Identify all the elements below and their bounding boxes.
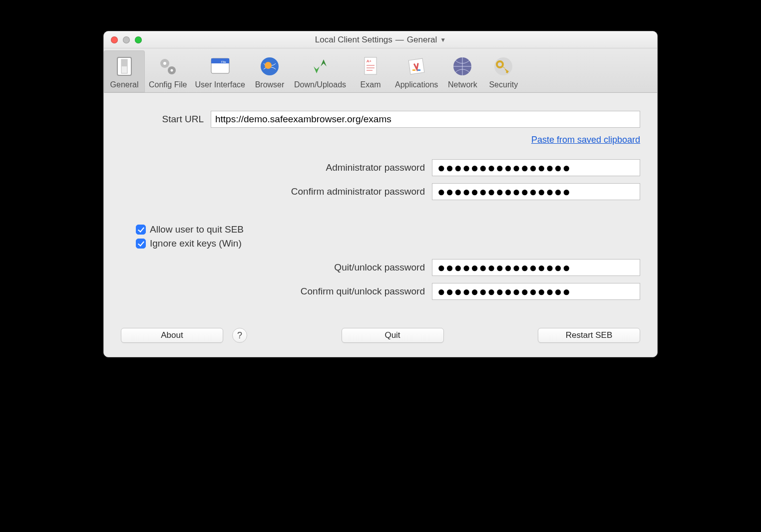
start-url-label: Start URL xyxy=(121,114,211,125)
confirm-quit-password-input[interactable] xyxy=(432,283,640,300)
ignore-exit-keys-label: Ignore exit keys (Win) xyxy=(150,238,242,249)
toolbar-tab-label: Network xyxy=(448,80,477,89)
close-window-button[interactable] xyxy=(111,36,118,43)
content-general: Start URL Paste from saved clipboard Adm… xyxy=(104,93,657,357)
zoom-window-button[interactable] xyxy=(135,36,142,43)
settings-window: Local Client Settings — General ▼ Genera… xyxy=(103,31,658,357)
about-button[interactable]: About xyxy=(121,328,223,343)
traffic-lights xyxy=(111,36,142,43)
toolbar-tab-label: Applications xyxy=(395,80,438,89)
svg-rect-18 xyxy=(412,69,415,71)
quit-password-input[interactable] xyxy=(432,259,640,276)
svg-rect-2 xyxy=(121,59,127,66)
window-title[interactable]: Local Client Settings — General ▼ xyxy=(104,35,657,45)
chevron-down-icon: ▼ xyxy=(440,36,446,43)
titlebar: Local Client Settings — General ▼ xyxy=(104,31,657,48)
toolbar-tab-general[interactable]: General xyxy=(104,50,145,92)
confirm-admin-password-label: Confirm administrator password xyxy=(121,186,432,197)
gears-icon xyxy=(155,53,181,79)
toolbar-tab-label: Browser xyxy=(255,80,285,89)
toolbar-tab-label: User Interface xyxy=(195,80,245,89)
svg-point-11 xyxy=(265,62,272,69)
confirm-admin-password-input[interactable] xyxy=(432,183,640,200)
svg-rect-19 xyxy=(417,69,420,71)
svg-rect-17 xyxy=(408,58,424,74)
toolbar-tab-down-uploads[interactable]: Down/Uploads xyxy=(290,50,350,92)
globe-icon xyxy=(257,53,283,79)
help-button[interactable]: ? xyxy=(232,328,247,343)
toolbar-tab-label: Security xyxy=(489,80,518,89)
paste-from-clipboard-link[interactable]: Paste from saved clipboard xyxy=(531,135,640,145)
ignore-exit-keys-checkbox[interactable] xyxy=(136,239,146,249)
apps-icon xyxy=(403,53,429,79)
title-left: Local Client Settings xyxy=(315,35,392,45)
svg-point-6 xyxy=(171,69,173,72)
window-icon: File xyxy=(207,53,233,79)
confirm-quit-password-label: Confirm quit/unlock password xyxy=(121,286,432,297)
svg-rect-8 xyxy=(211,58,229,63)
toolbar-tab-browser[interactable]: Browser xyxy=(249,50,290,92)
switch-icon xyxy=(111,53,137,79)
start-url-input[interactable] xyxy=(211,111,640,128)
quit-button[interactable]: Quit xyxy=(342,328,444,343)
toolbar-tab-label: Down/Uploads xyxy=(294,80,346,89)
network-icon xyxy=(449,53,475,79)
quit-password-label: Quit/unlock password xyxy=(121,262,432,273)
toolbar-tab-config-file[interactable]: Config File xyxy=(145,50,191,92)
toolbar-tab-exam[interactable]: A+Exam xyxy=(350,50,391,92)
allow-quit-checkbox[interactable] xyxy=(136,225,146,235)
toolbar-tab-label: Exam xyxy=(361,80,381,89)
restart-seb-button[interactable]: Restart SEB xyxy=(538,328,640,343)
title-sep: — xyxy=(395,35,404,45)
admin-password-label: Administrator password xyxy=(121,162,432,173)
allow-quit-label: Allow user to quit SEB xyxy=(150,224,244,235)
svg-text:A+: A+ xyxy=(367,59,372,63)
toolbar-tab-security[interactable]: Security xyxy=(483,50,524,92)
admin-password-input[interactable] xyxy=(432,159,640,176)
toolbar: GeneralConfig FileFileUser InterfaceBrow… xyxy=(104,48,657,93)
toolbar-tab-applications[interactable]: Applications xyxy=(391,50,442,92)
key-icon xyxy=(490,53,516,79)
svg-point-4 xyxy=(163,62,166,65)
title-right: General xyxy=(407,35,437,45)
minimize-window-button xyxy=(123,36,130,43)
paper-icon: A+ xyxy=(358,53,383,79)
toolbar-tab-label: General xyxy=(110,80,139,89)
toolbar-tab-network[interactable]: Network xyxy=(442,50,483,92)
toolbar-tab-label: Config File xyxy=(149,80,187,89)
svg-text:File: File xyxy=(221,60,226,63)
arrows-icon xyxy=(307,53,333,79)
toolbar-tab-user-interface[interactable]: FileUser Interface xyxy=(191,50,249,92)
